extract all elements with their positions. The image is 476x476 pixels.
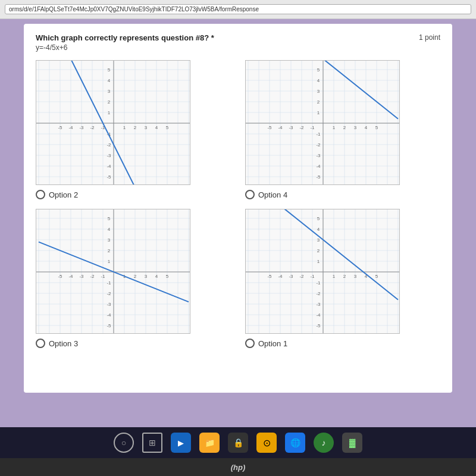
hp-bar: (hp) <box>0 458 476 476</box>
option-block-1: Option 1 <box>245 209 440 348</box>
option1-text: Option 1 <box>258 339 287 348</box>
option-block-3: Option 3 <box>36 209 231 348</box>
radio-option1[interactable] <box>245 339 255 348</box>
hp-logo: (hp) <box>231 463 246 472</box>
taskbar-chrome[interactable]: ⊙ <box>256 433 277 453</box>
url-bar[interactable]: orms/d/e/1FAlpQLSeTt7e4McJp0XV7QgZNUVito… <box>5 4 471 14</box>
question-equation: y=-4/5x+6 <box>36 43 440 52</box>
option4-text: Option 4 <box>258 190 287 199</box>
taskbar-other[interactable]: ▓ <box>342 433 362 453</box>
radio-option4[interactable] <box>245 190 255 199</box>
points-label: 1 point <box>419 33 440 42</box>
option-block-4: Option 4 <box>245 60 440 199</box>
question-prompt: Which graph correctly represents questio… <box>36 33 440 42</box>
taskbar-multitask[interactable]: ⊞ <box>142 433 162 453</box>
graph-option3 <box>36 209 190 334</box>
browser-bar: orms/d/e/1FAlpQLSeTt7e4McJp0XV7QgZNUVito… <box>0 0 476 19</box>
taskbar-spotify[interactable]: ♪ <box>314 433 334 453</box>
graph-option2 <box>36 60 190 185</box>
option1-label-row[interactable]: Option 1 <box>245 339 287 348</box>
graph-option1 <box>245 209 400 334</box>
taskbar-browser[interactable]: 🌐 <box>285 433 305 453</box>
taskbar-lock[interactable]: 🔒 <box>228 433 248 453</box>
radio-option3[interactable] <box>36 339 45 348</box>
taskbar-meet[interactable]: ▶ <box>171 433 191 453</box>
taskbar-files[interactable]: 📁 <box>199 433 220 453</box>
option3-label-row[interactable]: Option 3 <box>36 339 78 348</box>
option3-text: Option 3 <box>49 339 78 348</box>
radio-option2[interactable] <box>36 190 45 199</box>
option4-label-row[interactable]: Option 4 <box>245 190 287 199</box>
options-grid: Option 2 Option 4 Option 3 <box>36 60 440 348</box>
taskbar-start[interactable]: ○ <box>114 433 134 453</box>
graph-option4 <box>245 60 400 185</box>
taskbar: ○ ⊞ ▶ 📁 🔒 ⊙ 🌐 ♪ ▓ <box>0 427 476 458</box>
content-area: 1 point Which graph correctly represents… <box>24 24 452 393</box>
option2-text: Option 2 <box>49 190 78 199</box>
option2-label-row[interactable]: Option 2 <box>36 190 78 199</box>
option-block-2: Option 2 <box>36 60 231 199</box>
